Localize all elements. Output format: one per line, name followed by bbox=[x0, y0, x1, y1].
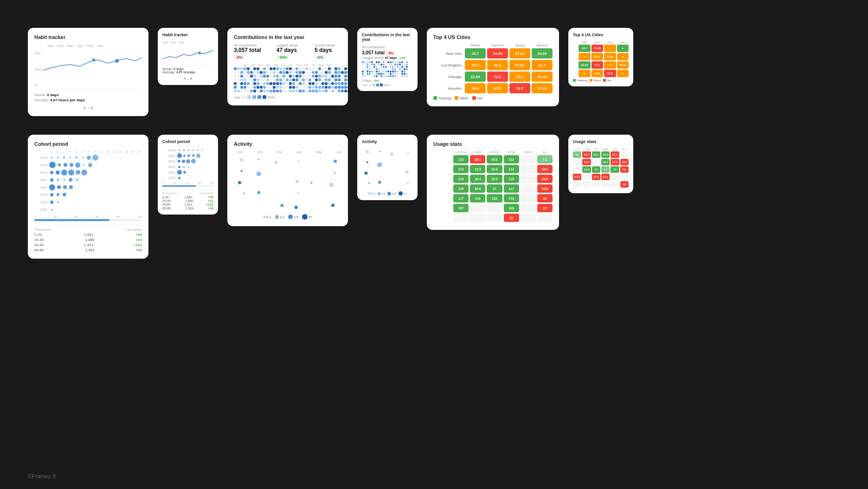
usage-large-card: Usage stats Chrome Safari Firefox Edge O… bbox=[427, 135, 559, 230]
footer-copyright: ©Frames X bbox=[28, 473, 56, 480]
svg-point-11 bbox=[274, 161, 277, 164]
city-row-newyork: New York 33.7 74.49 57.62 34.09 bbox=[433, 48, 553, 59]
activity-month-labels: JanFebMarAprMayJun bbox=[234, 150, 341, 154]
cohort-row: 2022 bbox=[34, 184, 142, 190]
habit-tracker-small-title: Habit tracker bbox=[162, 33, 213, 37]
usage-data-grid-large: 11218.216.21127.111316.316.311318.211416… bbox=[433, 155, 553, 222]
svg-point-4 bbox=[240, 158, 244, 162]
contributions-small-title: Contributions in the last year bbox=[362, 33, 413, 42]
cohort-row-4060: 40-601,911+122 bbox=[34, 243, 142, 247]
top4-small-row4: ● 63.3 72.2 ● bbox=[573, 70, 629, 77]
cohort-small-card: Cohort period 201820192020202120222023 0… bbox=[158, 135, 218, 215]
contributions-small-legend: Less More bbox=[362, 84, 413, 86]
usage-row: 11316.316.311318.2 bbox=[433, 165, 553, 173]
activity-legend: 0-1 1-2 2-5 5+ bbox=[234, 214, 341, 220]
svg-point-32 bbox=[407, 182, 409, 184]
svg-point-25 bbox=[368, 182, 370, 184]
habit-tracker-small-chart bbox=[162, 47, 213, 61]
city-row-chicago: Chicago 22.69 72.2 55.7 58.43 bbox=[433, 72, 553, 82]
svg-point-20 bbox=[329, 183, 334, 187]
row-1: Habit tracker Jan Feb Mar Apr May Jun Mo… bbox=[28, 28, 840, 116]
main-canvas: Habit tracker Jan Feb Mar Apr May Jun Mo… bbox=[0, 0, 868, 489]
svg-point-27 bbox=[377, 163, 382, 167]
cohort-row: 2024 bbox=[34, 199, 142, 205]
contributions-heatmap-large bbox=[234, 67, 341, 92]
activity-small-legend: 0-1 1-2 2-5 5+ bbox=[362, 191, 413, 196]
usage-small-browser-headers: Chr Saf Frf Edge Op Arc bbox=[573, 148, 629, 150]
svg-point-23 bbox=[366, 161, 368, 163]
svg-point-5 bbox=[241, 170, 243, 172]
cohort-row: 2019 bbox=[34, 162, 142, 168]
cohort-row: 2021 bbox=[34, 176, 142, 183]
top4-legend: Freezing Warm Hot bbox=[433, 96, 553, 100]
top4-cities-large-card: Top 4 US Cities Winter Summer Spring Aut… bbox=[427, 28, 559, 106]
contributions-large-title: Contributions in the last year bbox=[234, 34, 341, 40]
cohort-progress-labels: 020406080100 bbox=[34, 215, 142, 218]
usage-row: 22 bbox=[433, 214, 553, 222]
cohort-row: 2020 bbox=[162, 159, 213, 163]
contributions-large-card: Contributions in the last year All contr… bbox=[227, 28, 348, 105]
top4-small-row1: 33.7 74.49 ● ● bbox=[573, 45, 629, 52]
activity-large-card: Activity JanFebMarAprMayJun 0-1 1-2 2-5 bbox=[227, 135, 348, 226]
svg-point-7 bbox=[243, 192, 245, 194]
cohort-row: 2022 bbox=[162, 170, 213, 175]
cohort-bubble-grid-large: 20182019202020212022202320242025 bbox=[34, 154, 142, 213]
usage-small-row: 15.617111719 bbox=[573, 166, 629, 173]
top4-small-row2: ● 68.2 57.82 ● bbox=[573, 53, 629, 60]
svg-point-6 bbox=[238, 181, 241, 184]
top4-cities-small-card: Top 4 US Cities Win Sum Spr Aut 33.7 74.… bbox=[568, 28, 633, 86]
usage-small-card: Usage stats Chr Saf Frf Edge Op Arc 1219… bbox=[568, 135, 633, 193]
top4-cities-small-title: Top 4 US Cities bbox=[573, 33, 629, 37]
cohort-small-table: First period Last period 0-201,681+54 20… bbox=[162, 189, 213, 210]
svg-point-18 bbox=[334, 160, 337, 163]
cohort-row: 2021 bbox=[162, 164, 213, 169]
top4-small-legend: Freezing Warm Hot bbox=[573, 79, 629, 82]
svg-point-19 bbox=[334, 172, 336, 174]
svg-point-31 bbox=[405, 170, 408, 174]
svg-point-1 bbox=[115, 59, 119, 63]
usage-row: 19710921 bbox=[433, 204, 553, 212]
svg-point-30 bbox=[407, 152, 409, 154]
cohort-row: 2019 bbox=[162, 153, 213, 158]
cohort-large-title: Cohort period bbox=[34, 141, 142, 147]
contributions-legend: Less More bbox=[234, 95, 341, 99]
svg-point-16 bbox=[295, 206, 298, 209]
cohort-row: 2018 bbox=[34, 154, 142, 161]
svg-point-26 bbox=[379, 150, 380, 152]
contributions-month-labels: Jan Feb Mar Apr May Jun Jul Aug Sep Oct … bbox=[234, 64, 341, 66]
usage-row: 11516.61711719.5 bbox=[433, 184, 553, 193]
habit-tracker-large-card: Habit tracker Jan Feb Mar Apr May Jun Mo… bbox=[28, 28, 148, 116]
svg-point-21 bbox=[331, 204, 334, 207]
contributions-small-card: Contributions in the last year All contr… bbox=[357, 28, 418, 91]
activity-small-card: Activity 0-1 1-2 2-5 5+ bbox=[357, 135, 418, 200]
svg-point-12 bbox=[280, 204, 283, 207]
cohort-row-2040: 20-401,880+21 bbox=[34, 238, 142, 242]
svg-point-0 bbox=[92, 59, 95, 61]
svg-point-8 bbox=[258, 158, 260, 160]
usage-small-title: Usage stats bbox=[573, 139, 629, 144]
svg-point-14 bbox=[296, 180, 299, 183]
svg-point-28 bbox=[378, 181, 381, 184]
activity-small-title: Activity bbox=[362, 139, 413, 144]
cohort-x-labels: 123 456 789 101112 131415 bbox=[34, 150, 142, 153]
svg-point-3 bbox=[198, 52, 201, 54]
svg-point-24 bbox=[364, 171, 367, 175]
cohort-row-6080: 60-802,324+34 bbox=[34, 248, 142, 252]
usage-browser-headers: Chrome Safari Firefox Edge Opera Arc bbox=[433, 150, 553, 154]
activity-bubble-chart-small bbox=[362, 148, 413, 189]
cohort-row: 2023 bbox=[162, 176, 213, 180]
svg-point-9 bbox=[257, 171, 261, 176]
row-2: Cohort period 123 456 789 101112 131415 … bbox=[28, 135, 840, 259]
city-row-houston: Houston 53.6 63.3 72.7 57.15 bbox=[433, 83, 553, 93]
cohort-row-020: 0-201,681+54 bbox=[34, 233, 142, 237]
svg-point-22 bbox=[366, 150, 369, 153]
svg-point-15 bbox=[297, 192, 299, 194]
usage-small-row: 1219.316.116.317.1 bbox=[573, 151, 629, 158]
usage-row: 11218.216.21127.1 bbox=[433, 155, 553, 163]
usage-small-row: 22 bbox=[573, 181, 629, 188]
cohort-row: 2020 bbox=[34, 169, 142, 176]
habit-tracker-large-title: Habit tracker bbox=[34, 34, 142, 40]
contributions-heatmap-small bbox=[362, 61, 413, 77]
cohort-row: 2018 bbox=[162, 148, 213, 152]
usage-data-grid-small: 1219.316.116.317.118.316.117.118.215.617… bbox=[573, 151, 629, 188]
